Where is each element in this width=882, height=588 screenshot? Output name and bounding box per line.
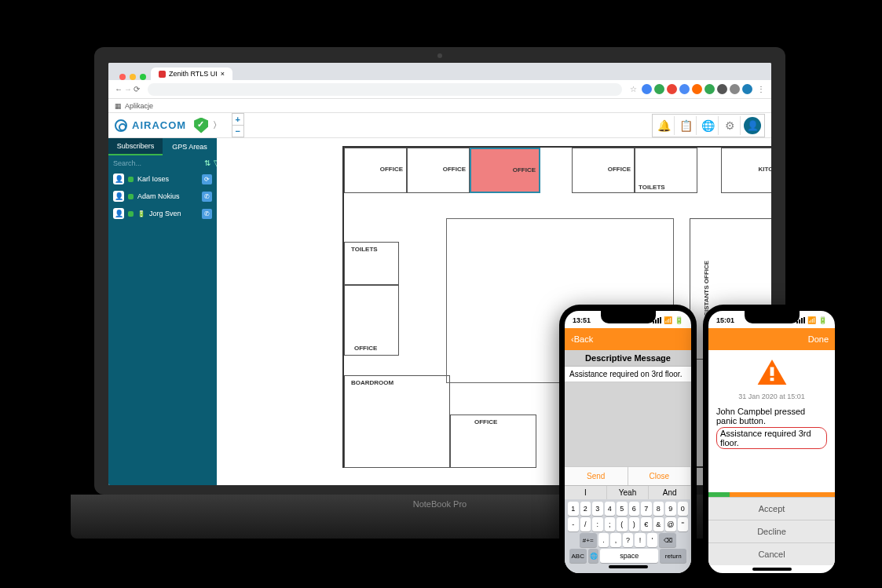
search-input[interactable] [113, 159, 201, 167]
clipboard-icon[interactable]: 📋 [676, 116, 697, 135]
phone-icon[interactable]: ✆ [202, 192, 212, 202]
key[interactable]: 1 [568, 502, 579, 516]
subscriber-item[interactable]: 👤 🔋 Jorg Sven ✆ [108, 205, 217, 222]
star-icon[interactable]: ☆ [630, 85, 637, 93]
ext-icon[interactable] [679, 84, 690, 94]
phone-icon[interactable]: ✆ [202, 209, 212, 219]
room-office-alert[interactable]: OFFICE [470, 148, 540, 193]
subscriber-item[interactable]: 👤 Adam Nokius ✆ [108, 188, 217, 205]
key[interactable]: ( [617, 517, 628, 531]
phone-notch [601, 311, 656, 323]
minimize-icon[interactable] [130, 74, 136, 80]
key[interactable]: € [641, 517, 652, 531]
key-globe-icon[interactable]: 🌐 [588, 549, 599, 563]
key[interactable]: ' [647, 533, 658, 547]
key[interactable]: " [678, 517, 689, 531]
home-indicator[interactable] [609, 565, 648, 568]
ext-icon[interactable] [642, 84, 652, 94]
subscriber-item[interactable]: 👤 Karl Ioses ⟳ [108, 170, 217, 188]
tab-subscribers[interactable]: Subscribers [108, 138, 163, 155]
cancel-button[interactable]: Cancel [708, 542, 835, 565]
suggestion[interactable]: And [649, 486, 691, 499]
zoom-in-button[interactable]: + [232, 114, 243, 126]
close-button[interactable]: Close [628, 467, 692, 485]
forward-icon[interactable]: → [124, 85, 132, 93]
ext-icon[interactable] [667, 84, 677, 94]
key-return[interactable]: return [660, 549, 686, 563]
key[interactable]: 4 [605, 502, 616, 516]
back-icon[interactable]: ← [115, 85, 123, 93]
close-icon[interactable] [119, 74, 126, 80]
key[interactable]: 9 [665, 502, 676, 516]
key-abc[interactable]: ABC [569, 549, 587, 563]
key[interactable]: ) [629, 517, 640, 531]
battery-icon: 🔋 [818, 316, 827, 324]
key[interactable]: , [610, 533, 621, 547]
home-indicator[interactable] [752, 568, 792, 571]
key[interactable]: : [592, 517, 603, 531]
spacer [708, 454, 835, 492]
globe-icon[interactable]: 🌐 [698, 116, 719, 135]
address-bar[interactable] [148, 83, 622, 96]
window-controls[interactable] [115, 74, 151, 80]
laptop-mockup: Zenith RTLS UI × ← → ⟳ ☆ [71, 47, 809, 550]
key-space[interactable]: space [600, 549, 658, 563]
key[interactable]: 8 [653, 502, 664, 516]
key[interactable]: . [598, 533, 609, 547]
key-backspace-icon[interactable]: ⌫ [659, 533, 676, 547]
apps-icon[interactable]: ▦ [115, 102, 122, 110]
bell-icon[interactable]: 🔔 [654, 116, 675, 135]
room-kitchen: KITCHEN [721, 148, 771, 193]
tab-close-icon[interactable]: × [221, 70, 225, 78]
user-avatar[interactable]: 👤 [742, 116, 763, 135]
tab-gps-areas[interactable]: GPS Areas [163, 138, 217, 155]
zoom-out-button[interactable]: − [232, 126, 243, 137]
back-button[interactable]: ‹Back [571, 334, 593, 344]
key[interactable]: 7 [641, 502, 652, 516]
key[interactable]: 0 [678, 502, 689, 516]
key[interactable]: ! [635, 533, 646, 547]
key[interactable]: 3 [592, 502, 603, 516]
key[interactable]: 5 [617, 502, 628, 516]
menu-icon[interactable]: ⋮ [757, 85, 765, 93]
decline-button[interactable]: Decline [708, 520, 835, 542]
gear-icon[interactable]: ⚙ [720, 116, 741, 135]
ext-icon[interactable] [717, 84, 727, 94]
key[interactable]: / [580, 517, 591, 531]
message-input[interactable]: Assistance required on 3rd floor. [565, 367, 691, 382]
nav-bar: Done [708, 328, 835, 350]
maximize-icon[interactable] [140, 74, 146, 80]
browser-toolbar: ← → ⟳ ☆ ⋮ [108, 80, 771, 99]
room-office: OFFICE [344, 148, 407, 193]
status-time: 13:51 [573, 316, 591, 324]
key[interactable]: 6 [629, 502, 640, 516]
key[interactable]: ; [605, 517, 616, 531]
tab-title: Zenith RTLS UI [169, 70, 218, 78]
browser-tab[interactable]: Zenith RTLS UI × [151, 68, 232, 80]
key[interactable]: & [653, 517, 664, 531]
room-office: OFFICE [450, 415, 536, 468]
suggestion[interactable]: I [565, 486, 607, 499]
bookmarks-label[interactable]: Aplikacje [125, 102, 153, 110]
location-icon[interactable]: ⟳ [202, 174, 212, 184]
ext-icon[interactable] [705, 84, 715, 94]
key[interactable]: 2 [580, 502, 591, 516]
sidebar: Subscribers GPS Areas ⇅ ▽ 👤 Karl Ioses [108, 138, 217, 485]
screen-title: Descriptive Message [565, 350, 691, 367]
key[interactable]: @ [665, 517, 676, 531]
key-numtoggle[interactable]: #+= [580, 533, 597, 547]
chevron-right-icon[interactable]: 〉 [213, 119, 222, 131]
profile-icon[interactable] [742, 84, 752, 94]
ext-icon[interactable] [730, 84, 740, 94]
accept-button[interactable]: Accept [708, 497, 835, 520]
done-button[interactable]: Done [808, 334, 829, 344]
send-button[interactable]: Send [565, 467, 628, 485]
reload-icon[interactable]: ⟳ [134, 85, 140, 93]
suggestion[interactable]: Yeah [607, 486, 650, 499]
key[interactable]: - [568, 517, 579, 531]
ext-icon[interactable] [654, 84, 664, 94]
status-time: 15:01 [716, 316, 734, 324]
sort-icon[interactable]: ⇅ [204, 159, 210, 167]
ext-icon[interactable] [692, 84, 702, 94]
key[interactable]: ? [623, 533, 634, 547]
